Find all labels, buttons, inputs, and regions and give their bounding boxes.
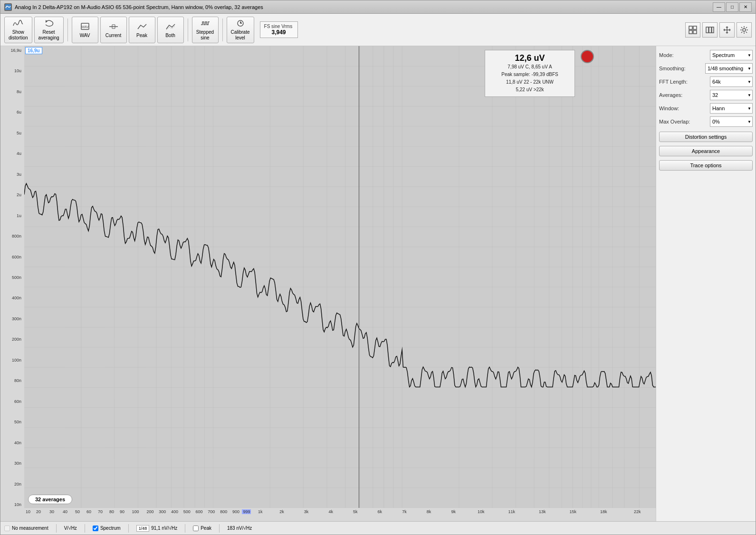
y-label-4u: 4u [0,151,21,156]
svg-point-12 [743,29,746,31]
grid-view-button[interactable] [685,22,700,38]
y-label-169u: 16,9u [0,48,21,53]
window-select[interactable]: Hann [710,103,753,114]
fs-sine-box: FS sine Vrms 3,949 [260,21,298,38]
move-button[interactable] [719,22,735,38]
stepped-sine-button[interactable]: Stepped sine [192,17,219,43]
peak-label: Peak [136,33,147,38]
overlap-select[interactable]: 0% [710,116,753,127]
fft-select[interactable]: 64k [710,76,753,87]
status-sep1 [56,524,57,533]
x-label-200: 200 [144,509,156,514]
both-button[interactable]: Both [157,17,184,43]
y-label-10n: 10n [0,502,21,508]
y-label-10u: 10u [0,68,21,73]
peak-status-value: 183 nV/√Hz [227,525,252,531]
x-label-1k: 1k [251,509,269,514]
distortion-settings-button[interactable]: Distortion settings [659,132,753,142]
spectrum-checkbox[interactable] [93,525,98,531]
cursor-line [359,46,359,508]
svg-rect-5 [689,26,692,29]
peak-checkbox[interactable] [193,525,199,531]
appearance-button[interactable]: Appearance [659,146,753,156]
calibrate-level-button[interactable]: Calibrate level [227,17,254,43]
trace-options-button[interactable]: Trace options [659,160,753,171]
spectrum-canvas [24,46,656,508]
x-label-500: 500 [181,509,193,514]
title-bar: Analog In 2 Delta-AP192 on M-Audio ASIO … [0,0,756,14]
frequency-marker: 16,9u [25,47,42,54]
smoothing-status: 1/48 91,1 nV/√Hz [136,525,178,532]
peak-button[interactable]: Peak [129,17,155,43]
show-distortion-button[interactable]: Show distortion [4,17,32,43]
reset-averaging-button[interactable]: Reset averaging [34,17,64,43]
x-label-2k: 2k [269,509,294,514]
x-label-15k: 15k [558,509,589,514]
x-label-60: 60 [83,509,95,514]
main-area: V/√Hz 16,9u 10u 8u 6u 5u 4u 3u 2u 1u 800… [0,46,756,521]
record-button[interactable] [581,50,594,63]
close-button[interactable]: ✕ [739,2,752,12]
fft-row: FFT Length: 64k [659,76,753,87]
x-label-3k: 3k [294,509,319,514]
smoothing-row: Smoothing: 1/48 smoothing [659,63,753,74]
status-bar: No measurement V/√Hz Spectrum 1/48 91,1 … [0,521,756,535]
y-label-300n: 300n [0,316,21,321]
svg-marker-1 [46,20,48,23]
y-label-30n: 30n [0,461,21,466]
x-label-18k: 18k [588,509,619,514]
mode-select[interactable]: Spectrum [710,50,753,60]
chart-plot[interactable]: 16,9u 12,6 uV 7,98 uV C, 8,65 uV A Peak … [24,46,656,508]
x-label-300: 300 [156,509,169,514]
y-label-400n: 400n [0,296,21,300]
maximize-button[interactable]: □ [726,2,738,12]
y-label-50n: 50n [0,420,21,424]
peak-status-item: Peak [193,525,211,531]
info-line2: Peak sample: -99,39 dBFS [490,71,570,78]
x-label-22k: 22k [619,509,656,514]
overlap-select-wrapper: 0% [710,116,753,127]
wav-button[interactable]: WAV WAV [72,17,98,43]
current-label: Current [105,33,121,38]
svg-rect-6 [693,26,697,29]
averages-select[interactable]: 32 [710,90,753,100]
toolbar-right [685,22,752,38]
info-line3: 11,8 uV 22 - 22k UNW [490,78,570,86]
x-label-7k: 7k [392,509,417,514]
chart-container[interactable]: 16,9u 10u 8u 6u 5u 4u 3u 2u 1u 800n 600n… [0,46,656,508]
x-label-5k: 5k [343,509,368,514]
title-controls: — □ ✕ [713,2,752,12]
no-measurement-checkbox[interactable] [4,525,10,531]
peak-icon [136,22,148,31]
x-label-90: 90 [117,509,127,514]
y-label-60n: 60n [0,399,21,404]
smoothing-select[interactable]: 1/48 smoothing [705,63,753,74]
y-axis: 16,9u 10u 8u 6u 5u 4u 3u 2u 1u 800n 600n… [0,46,24,508]
toolbar: Show distortion Reset averaging WAV WAV [0,14,756,46]
info-main-value: 12,6 uV [490,53,570,63]
sep3 [222,19,223,41]
x-label-6k: 6k [368,509,392,514]
chart-area: V/√Hz 16,9u 10u 8u 6u 5u 4u 3u 2u 1u 800… [0,46,656,521]
reset-averaging-label: Reset averaging [38,29,59,41]
y-label-20n: 20n [0,482,21,487]
calibrate-label: Calibrate level [231,29,250,41]
y-label-5u: 5u [0,131,21,135]
x-label-8k: 8k [417,509,441,514]
overlap-row: Max Overlap: 0% [659,116,753,127]
settings-button[interactable] [737,22,752,38]
y-label-40n: 40n [0,440,21,445]
y-label-3u: 3u [0,172,21,177]
fs-sine-label: FS sine Vrms [264,24,294,29]
current-button[interactable]: Current [100,17,127,43]
minimize-button[interactable]: — [713,2,725,12]
averages-label: Averages: [659,92,697,98]
columns-button[interactable] [702,22,718,38]
title-bar-left: Analog In 2 Delta-AP192 on M-Audio ASIO … [4,3,263,11]
wav-label: WAV [80,33,90,38]
status-sep3 [128,524,129,533]
distortion-icon [12,19,24,28]
spectrum-label: Spectrum [100,525,121,531]
smoothing-label: Smoothing: [659,66,697,71]
x-label-400: 400 [169,509,181,514]
